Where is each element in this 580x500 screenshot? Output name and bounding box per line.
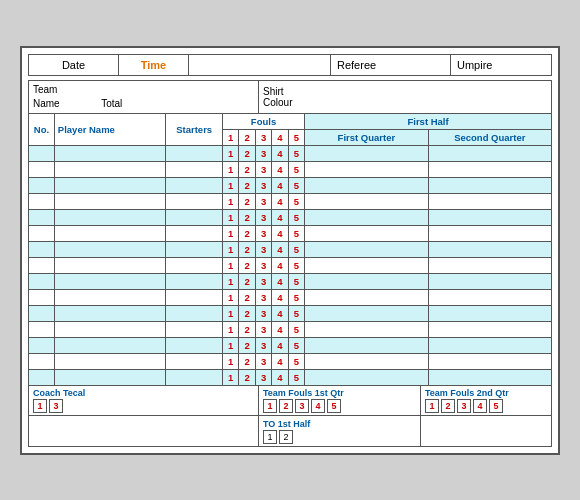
to-left-spacer xyxy=(29,416,259,446)
team-fouls-1-label: Team Fouls 1st Qtr xyxy=(263,388,416,398)
cell-foul-2: 2 xyxy=(239,305,255,321)
cell-foul-3: 3 xyxy=(255,209,271,225)
cell-foul-2: 2 xyxy=(239,177,255,193)
cell-foul-2: 2 xyxy=(239,257,255,273)
cell-name xyxy=(54,241,166,257)
cell-name xyxy=(54,177,166,193)
cell-first-quarter xyxy=(305,289,428,305)
cell-foul-3: 3 xyxy=(255,145,271,161)
cell-no xyxy=(29,177,55,193)
cell-starters xyxy=(166,145,222,161)
tf1-2: 2 xyxy=(279,399,293,413)
cell-foul-5: 5 xyxy=(288,273,304,289)
table-row: 12345 xyxy=(29,209,552,225)
col-header-first-half: First Half xyxy=(305,113,552,129)
cell-first-quarter xyxy=(305,369,428,385)
to-2: 2 xyxy=(279,430,293,444)
cell-foul-5: 5 xyxy=(288,257,304,273)
cell-first-quarter xyxy=(305,225,428,241)
cell-no xyxy=(29,289,55,305)
cell-foul-4: 4 xyxy=(272,209,288,225)
cell-name xyxy=(54,337,166,353)
cell-name xyxy=(54,225,166,241)
table-row: 12345 xyxy=(29,193,552,209)
tf2-5: 5 xyxy=(489,399,503,413)
cell-no xyxy=(29,257,55,273)
cell-foul-1: 1 xyxy=(222,209,238,225)
cell-foul-2: 2 xyxy=(239,289,255,305)
cell-foul-2: 2 xyxy=(239,369,255,385)
footer-coach: Coach Tecal 1 3 xyxy=(29,386,259,415)
cell-second-quarter xyxy=(428,225,551,241)
cell-first-quarter xyxy=(305,193,428,209)
cell-starters xyxy=(166,193,222,209)
cell-no xyxy=(29,353,55,369)
cell-name xyxy=(54,305,166,321)
coach-label: Coach Tecal xyxy=(33,388,254,398)
cell-foul-1: 1 xyxy=(222,257,238,273)
cell-foul-4: 4 xyxy=(272,241,288,257)
cell-name xyxy=(54,193,166,209)
cell-starters xyxy=(166,257,222,273)
cell-name xyxy=(54,289,166,305)
col-header-starters: Starters xyxy=(166,113,222,145)
cell-foul-1: 1 xyxy=(222,273,238,289)
cell-first-quarter xyxy=(305,257,428,273)
cell-foul-2: 2 xyxy=(239,193,255,209)
cell-foul-3: 3 xyxy=(255,321,271,337)
col-header-fouls: Fouls xyxy=(222,113,304,129)
cell-foul-4: 4 xyxy=(272,193,288,209)
umpire-label: Umpire xyxy=(457,59,492,71)
header-spacer xyxy=(189,55,331,75)
cell-second-quarter xyxy=(428,241,551,257)
foul-5-header: 5 xyxy=(288,129,304,145)
tf1-1: 1 xyxy=(263,399,277,413)
to-nums: 1 2 xyxy=(263,430,416,444)
cell-foul-5: 5 xyxy=(288,209,304,225)
cell-foul-2: 2 xyxy=(239,337,255,353)
table-row: 12345 xyxy=(29,273,552,289)
referee-label: Referee xyxy=(337,59,376,71)
cell-foul-1: 1 xyxy=(222,177,238,193)
table-row: 12345 xyxy=(29,177,552,193)
cell-foul-4: 4 xyxy=(272,257,288,273)
cell-foul-3: 3 xyxy=(255,353,271,369)
table-row: 12345 xyxy=(29,161,552,177)
cell-starters xyxy=(166,289,222,305)
cell-first-quarter xyxy=(305,305,428,321)
cell-foul-5: 5 xyxy=(288,353,304,369)
time-cell: Time xyxy=(119,55,189,75)
cell-starters xyxy=(166,241,222,257)
cell-second-quarter xyxy=(428,257,551,273)
coach-foul-1: 1 xyxy=(33,399,47,413)
cell-foul-1: 1 xyxy=(222,145,238,161)
cell-no xyxy=(29,145,55,161)
to-label: TO 1st Half xyxy=(263,419,310,429)
cell-foul-4: 4 xyxy=(272,273,288,289)
cell-second-quarter xyxy=(428,289,551,305)
col-header-name: Player Name xyxy=(54,113,166,145)
cell-second-quarter xyxy=(428,305,551,321)
to-row: TO 1st Half 1 2 xyxy=(28,416,552,447)
cell-foul-2: 2 xyxy=(239,241,255,257)
footer-fouls1: Team Fouls 1st Qtr 1 2 3 4 5 xyxy=(259,386,421,415)
cell-foul-1: 1 xyxy=(222,193,238,209)
cell-foul-4: 4 xyxy=(272,145,288,161)
cell-starters xyxy=(166,353,222,369)
cell-foul-3: 3 xyxy=(255,337,271,353)
table-row: 12345 xyxy=(29,225,552,241)
col-header-fq: First Quarter xyxy=(305,129,428,145)
cell-no xyxy=(29,305,55,321)
cell-first-quarter xyxy=(305,353,428,369)
cell-foul-4: 4 xyxy=(272,225,288,241)
cell-foul-2: 2 xyxy=(239,145,255,161)
cell-foul-3: 3 xyxy=(255,289,271,305)
cell-foul-4: 4 xyxy=(272,353,288,369)
cell-foul-3: 3 xyxy=(255,273,271,289)
date-label: Date xyxy=(62,59,85,71)
cell-no xyxy=(29,273,55,289)
to-mid: TO 1st Half 1 2 xyxy=(259,416,421,446)
cell-foul-2: 2 xyxy=(239,353,255,369)
team-fouls-1-nums: 1 2 3 4 5 xyxy=(263,399,416,413)
cell-first-quarter xyxy=(305,177,428,193)
